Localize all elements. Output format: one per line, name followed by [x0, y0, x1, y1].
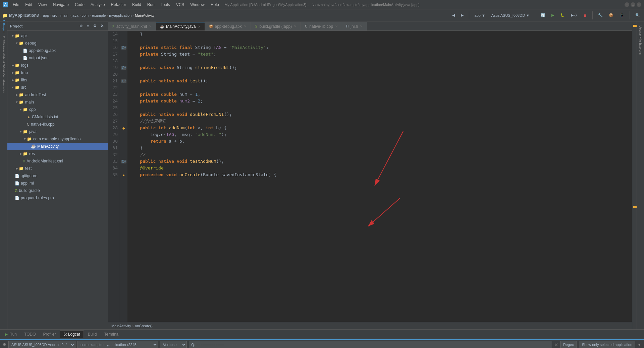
tab-app-debug-apk[interactable]: 📦 app-debug.apk ✕ — [205, 22, 251, 30]
tab-close-activity-main[interactable]: ✕ — [149, 24, 152, 28]
logcat-settings-icon[interactable]: ⚙ — [3, 342, 6, 347]
menu-edit[interactable]: Edit — [22, 1, 35, 8]
logcat-regex-button[interactable]: Regex — [560, 341, 577, 348]
bc-example[interactable]: example — [92, 13, 106, 17]
tab-close-app-debug[interactable]: ✕ — [244, 24, 247, 28]
sync-gradle-button[interactable]: 🔧 — [596, 12, 605, 18]
tree-item-main[interactable]: ▼📁main — [7, 98, 108, 106]
tab-close-mainactivity[interactable]: ✕ — [198, 25, 201, 28]
tab-close-build-gradle[interactable]: ✕ — [294, 24, 297, 28]
tab-jni-h[interactable]: H jni.h ✕ — [342, 22, 367, 30]
bc-java[interactable]: java — [72, 13, 78, 17]
close-button[interactable]: × — [637, 2, 641, 7]
bc-com[interactable]: com — [82, 13, 89, 17]
menu-build[interactable]: Build — [129, 1, 144, 8]
tab-close-native-lib[interactable]: ✕ — [335, 24, 338, 28]
menu-code[interactable]: Code — [72, 1, 87, 8]
tab-mainactivity-java[interactable]: ☕ MainActivity.java ✕ — [156, 22, 205, 30]
tree-item-cmakelists[interactable]: ▲CMakeLists.txt — [7, 113, 108, 121]
device-selector-button[interactable]: Asus ASUS_I003DD ▼ — [489, 12, 532, 18]
tab-build-gradle[interactable]: G build.gradle (:app) ✕ — [251, 22, 301, 30]
sdk-manager-button[interactable]: 📦 — [607, 12, 615, 18]
tree-item-app-iml[interactable]: 📄app.iml — [7, 180, 108, 187]
menu-tools[interactable]: Tools — [158, 1, 173, 8]
tab-activity-main-xml[interactable]: X activity_main.xml ✕ — [108, 22, 156, 30]
logcat-search-input[interactable] — [189, 341, 552, 348]
bottom-tab-build[interactable]: Build — [85, 330, 100, 338]
code-editor[interactable]: } private static final String TAG = "Mai… — [127, 31, 632, 322]
run-button[interactable]: ▶ — [549, 12, 556, 18]
tree-item-proguard[interactable]: 📄proguard-rules.pro — [7, 194, 108, 202]
tree-item-androidmanifest[interactable]: XAndroidManifest.xml — [7, 157, 108, 165]
tree-item-test[interactable]: ▶📁test — [7, 165, 108, 172]
bc-mainactivity[interactable]: MainActivity — [135, 13, 155, 17]
tree-item-androidTest[interactable]: ▶📁androidTest — [7, 91, 108, 98]
menu-file[interactable]: File — [10, 1, 22, 8]
bc-app[interactable]: app — [43, 13, 49, 17]
tree-settings-button[interactable]: ⚙ — [92, 23, 98, 29]
nav-forward-button[interactable]: ▶ — [459, 12, 466, 18]
tree-close-button[interactable]: ✕ — [99, 23, 105, 29]
logcat-dropdown-icon[interactable]: ▼ — [637, 342, 641, 347]
tree-item-logs[interactable]: ▶📁logs — [7, 62, 108, 69]
tree-item-build-gradle[interactable]: Gbuild.gradle — [7, 187, 108, 194]
minimize-button[interactable]: − — [625, 2, 629, 7]
tree-item-native-lib-cpp[interactable]: Cnative-lib.cpp — [7, 121, 108, 128]
search-everywhere-button[interactable]: 🔍 — [633, 12, 642, 18]
menu-view[interactable]: View — [36, 1, 50, 8]
tree-item-app-debug-apk[interactable]: 📄app-debug.apk — [7, 47, 108, 54]
file-tree-content[interactable]: ▼📁apk ▼📁debug 📄app-debug.apk 📄output.jso… — [7, 31, 108, 329]
locate-file-button[interactable]: ⊕ — [78, 23, 84, 29]
code-container[interactable]: 14 15 16 17 18 19 20 21 22 23 24 25 26 2… — [108, 31, 632, 322]
tree-item-output-json[interactable]: 📄output.json — [7, 54, 108, 62]
bottom-tab-profiler[interactable]: Profiler — [40, 330, 59, 338]
tab-native-lib-cpp[interactable]: C native-lib.cpp ✕ — [301, 22, 342, 30]
tree-item-java[interactable]: ▼📁java — [7, 128, 108, 135]
bottom-tab-terminal[interactable]: Terminal — [101, 330, 123, 338]
tree-item-gitignore[interactable]: 📄.gitignore — [7, 172, 108, 180]
sidebar-favorites-icon[interactable]: Favorites — [0, 83, 7, 90]
bc-myapplication[interactable]: myapplication — [109, 13, 131, 17]
tab-close-jni[interactable]: ✕ — [360, 24, 363, 28]
tree-item-com-example[interactable]: ▼📁com.example.myapplicatio — [7, 135, 108, 143]
maximize-button[interactable]: □ — [631, 2, 635, 7]
menu-window[interactable]: Window — [187, 1, 207, 8]
menu-help[interactable]: Help — [208, 1, 222, 8]
run-config-button[interactable]: app ▼ — [473, 12, 487, 18]
collapse-all-button[interactable]: ≡ — [85, 23, 91, 29]
bc-editor-oncreate[interactable]: onCreate() — [135, 324, 153, 328]
bottom-tab-todo[interactable]: TODO — [21, 330, 39, 338]
tree-item-apk[interactable]: ▼📁apk — [7, 32, 108, 40]
bottom-tab-run[interactable]: ▶ Run — [1, 330, 20, 338]
menu-refactor[interactable]: Refactor — [108, 1, 129, 8]
logcat-level-select[interactable]: Verbose Debug Info Warn Error — [160, 341, 187, 348]
nav-back-button[interactable]: ◀ — [450, 12, 457, 18]
menu-run[interactable]: Run — [145, 1, 157, 8]
menu-navigate[interactable]: Navigate — [50, 1, 71, 8]
logcat-clear-icon[interactable]: ✕ — [554, 342, 558, 347]
tree-item-cpp[interactable]: ▼📁cpp — [7, 106, 108, 113]
debug-button[interactable]: 🐛 — [558, 12, 567, 18]
tree-item-mainactivity[interactable]: ☕MainActivity — [7, 143, 108, 150]
tree-item-debug[interactable]: ▼📁debug — [7, 40, 108, 47]
sidebar-project-icon[interactable]: 1: Project — [0, 23, 7, 29]
tree-item-res[interactable]: ▶📁res — [7, 150, 108, 157]
tree-item-libs[interactable]: ▶📁libs — [7, 76, 108, 84]
bc-editor-mainactivity[interactable]: MainActivity — [111, 324, 131, 328]
logcat-device-select[interactable]: ASUS ASUS_I003DD Android 9, / — [8, 341, 75, 348]
bottom-tab-logcat[interactable]: 6: Logcat — [60, 330, 84, 338]
bc-src[interactable]: src — [52, 13, 57, 17]
logcat-only-selected-button[interactable]: Show only selected application — [579, 341, 635, 348]
tree-item-tmp[interactable]: ▶📁tmp — [7, 69, 108, 76]
sync-button[interactable]: 🔄 — [539, 12, 547, 18]
sidebar-build-icon[interactable]: Build Variants — [0, 72, 7, 79]
menu-vcs[interactable]: VCS — [173, 1, 187, 8]
avd-button[interactable]: 📱 — [618, 12, 626, 18]
run-coverage-button[interactable]: ▶🛡 — [569, 12, 579, 18]
tree-item-src[interactable]: ▼📁src — [7, 84, 108, 91]
bc-main[interactable]: main — [60, 13, 68, 17]
stop-button[interactable]: ⏹ — [581, 12, 589, 18]
menu-analyze[interactable]: Analyze — [88, 1, 108, 8]
device-file-explorer-tab[interactable]: Device File Explorer — [638, 23, 643, 58]
logcat-package-select[interactable]: com.example.myapplication (2245 — [77, 341, 158, 348]
